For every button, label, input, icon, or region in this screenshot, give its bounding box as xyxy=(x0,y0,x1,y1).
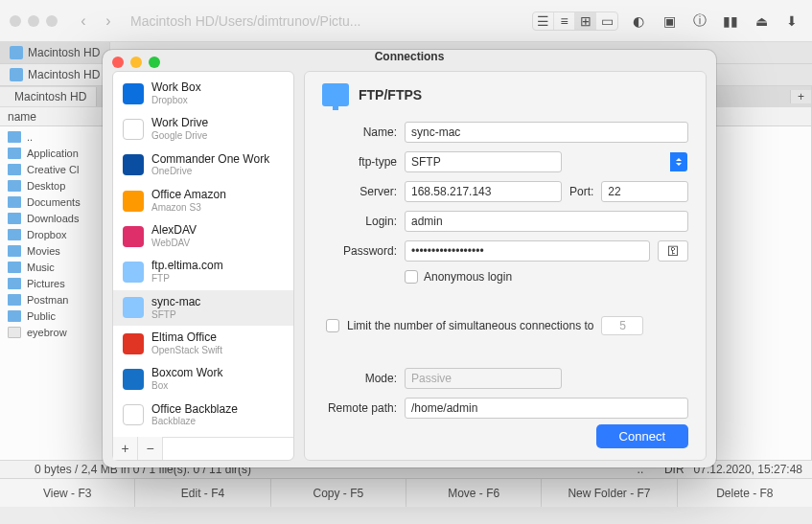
folder-icon xyxy=(8,180,21,192)
close-icon[interactable] xyxy=(112,57,124,68)
checkbox-icon xyxy=(405,270,418,284)
connections-dialog: Connections Work BoxDropboxWork DriveGoo… xyxy=(103,50,716,467)
connection-item[interactable]: Eltima OfficeOpenStack Swift xyxy=(113,326,293,361)
connection-item[interactable]: Office BackblazeBackblaze xyxy=(113,398,293,433)
add-tab-button[interactable]: + xyxy=(790,90,811,103)
name-input[interactable] xyxy=(405,122,688,143)
anonymous-label: Anonymous login xyxy=(424,270,512,284)
file-name: Downloads xyxy=(27,213,79,224)
connection-name: Eltima Office xyxy=(151,331,222,345)
chevron-updown-icon[interactable] xyxy=(670,152,687,171)
login-input[interactable] xyxy=(405,211,688,232)
file-name: Music xyxy=(27,262,55,273)
fn-key[interactable]: Edit - F4 xyxy=(135,479,270,507)
connection-name: Office Backblaze xyxy=(151,403,238,417)
connection-list[interactable]: Work BoxDropboxWork DriveGoogle DriveCom… xyxy=(113,72,293,437)
toggle-icon[interactable]: ◐ xyxy=(628,12,649,30)
port-label: Port: xyxy=(569,185,593,198)
limit-checkbox[interactable] xyxy=(326,319,339,332)
zoom-icon[interactable] xyxy=(149,57,160,68)
nav-back-icon[interactable]: ‹ xyxy=(75,12,92,30)
connection-icon xyxy=(123,119,144,140)
connection-name: Boxcom Work xyxy=(151,367,222,380)
folder-icon xyxy=(8,310,21,322)
connection-name: AlexDAV xyxy=(151,224,197,238)
hidden-icon[interactable]: ▣ xyxy=(659,12,680,30)
connection-subtitle: FTP xyxy=(151,273,223,285)
download-icon[interactable]: ⬇ xyxy=(781,12,802,30)
folder-icon xyxy=(8,196,21,208)
file-name: Desktop xyxy=(27,180,65,192)
file-name: Application xyxy=(27,148,79,159)
connection-item[interactable]: AlexDAVWebDAV xyxy=(113,218,293,254)
connection-subtitle: SFTP xyxy=(151,309,200,321)
anonymous-checkbox[interactable]: Anonymous login xyxy=(405,270,512,284)
file-name: Postman xyxy=(27,294,68,306)
folder-icon xyxy=(8,229,21,240)
key-icon: ⚿ xyxy=(667,244,679,258)
connection-item[interactable]: Boxcom WorkBox xyxy=(113,361,293,397)
connect-button[interactable]: Connect xyxy=(596,424,688,448)
view-list-icon[interactable]: ☰ xyxy=(533,12,554,30)
view-gallery-icon[interactable]: ▭ xyxy=(596,12,617,30)
connection-subtitle: WebDAV xyxy=(151,238,197,249)
view-grid-icon[interactable]: ⊞ xyxy=(575,12,596,30)
port-input[interactable] xyxy=(601,181,688,202)
limit-value-input[interactable]: 5 xyxy=(601,316,643,335)
remote-path-input[interactable] xyxy=(405,398,688,419)
info-icon[interactable]: ⓘ xyxy=(689,12,710,30)
dialog-traffic-lights xyxy=(112,57,160,68)
connection-icon xyxy=(123,191,144,212)
toolbar-icon[interactable]: ▮▮ xyxy=(720,12,741,30)
toolbar-icons: ☰≡⊞▭ ◐ ▣ ⓘ ▮▮ ⏏ ⬇ xyxy=(532,11,802,31)
file-name: Public xyxy=(27,310,56,322)
password-label: Password: xyxy=(322,244,397,258)
fn-key[interactable]: Delete - F8 xyxy=(678,479,812,507)
limit-label: Limit the number of simultaneous connect… xyxy=(347,319,593,332)
add-connection-button[interactable]: + xyxy=(113,437,138,460)
connection-icon xyxy=(123,404,144,425)
window-titlebar: ‹ › Macintosh HD/Users/dimtrunov/Pictu..… xyxy=(0,0,812,42)
file-name: Pictures xyxy=(27,278,65,289)
nav-forward-icon[interactable]: › xyxy=(100,12,117,30)
connection-name: sync-mac xyxy=(151,296,200,309)
connection-item[interactable]: Work DriveGoogle Drive xyxy=(113,111,293,147)
top-tab[interactable]: Macintosh HD xyxy=(0,64,110,85)
connection-icon xyxy=(123,83,144,104)
server-input[interactable] xyxy=(405,181,562,202)
connection-item[interactable]: Office AmazonAmazon S3 xyxy=(113,183,293,218)
minimize-icon[interactable] xyxy=(130,57,142,68)
connection-subtitle: Amazon S3 xyxy=(151,202,226,214)
mode-select xyxy=(405,368,562,389)
connection-item[interactable]: Commander One WorkOneDrive xyxy=(113,148,293,183)
view-columns-icon[interactable]: ≡ xyxy=(554,12,575,30)
fn-key[interactable]: View - F3 xyxy=(0,479,135,507)
connection-item[interactable]: sync-macSFTP xyxy=(113,290,293,326)
ftp-type-select[interactable] xyxy=(405,151,562,172)
connection-subtitle: OpenStack Swift xyxy=(151,345,222,356)
pane-tab[interactable]: Macintosh HD xyxy=(0,87,97,106)
remove-connection-button[interactable]: − xyxy=(138,437,163,460)
fn-key[interactable]: New Folder - F7 xyxy=(542,479,677,507)
file-name: eyebrow xyxy=(27,327,67,338)
remote-path-label: Remote path: xyxy=(322,401,397,415)
folder-icon xyxy=(8,245,21,257)
eject-icon[interactable]: ⏏ xyxy=(751,12,772,30)
folder-icon xyxy=(8,262,21,273)
file-name: Creative Cl xyxy=(27,164,79,175)
fn-key[interactable]: Copy - F5 xyxy=(271,479,406,507)
connection-name: Work Drive xyxy=(151,117,208,130)
connection-icon xyxy=(123,262,144,283)
ftp-icon xyxy=(322,83,349,106)
fn-key[interactable]: Move - F6 xyxy=(406,479,542,507)
name-label: Name: xyxy=(322,125,397,139)
connection-item[interactable]: Work BoxDropbox xyxy=(113,76,293,111)
connection-subtitle: OneDrive xyxy=(151,166,269,177)
folder-icon xyxy=(8,148,21,159)
disk-icon xyxy=(10,68,23,81)
password-input[interactable] xyxy=(405,240,650,262)
top-tab[interactable]: Macintosh HD xyxy=(0,42,110,63)
key-button[interactable]: ⚿ xyxy=(658,240,688,262)
connection-item[interactable]: ftp.eltima.comFTP xyxy=(113,254,293,289)
file-name: Movies xyxy=(27,245,60,257)
